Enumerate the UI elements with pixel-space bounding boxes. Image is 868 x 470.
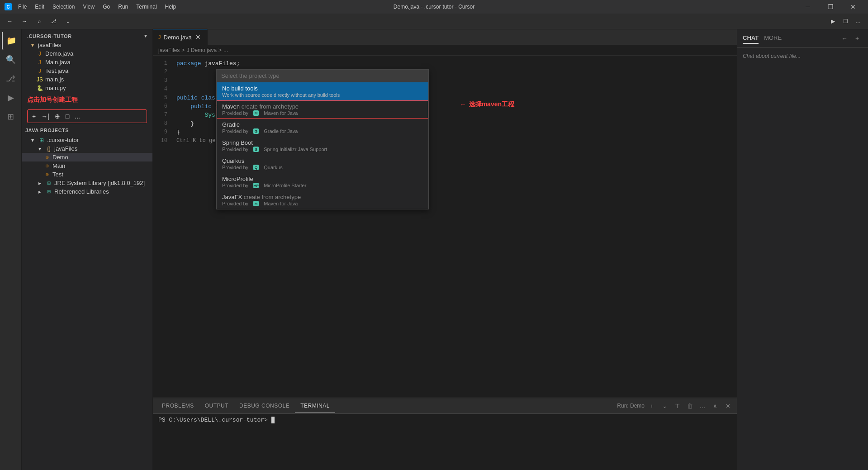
jp-test[interactable]: ⊕ Test	[22, 170, 152, 179]
panel-tab-debug[interactable]: DEBUG CONSOLE	[234, 399, 295, 413]
java-projects-header[interactable]: JAVA PROJECTS	[22, 125, 152, 136]
dropdown-search-input[interactable]	[221, 72, 424, 79]
tab-java-icon: J	[158, 34, 161, 40]
no-build-subtitle: Work with source code directly without a…	[222, 92, 423, 98]
panel-tab-bar: PROBLEMS OUTPUT DEBUG CONSOLE TERMINAL R…	[153, 398, 737, 414]
panel-close-icon[interactable]: ✕	[722, 400, 733, 411]
close-button[interactable]: ✕	[843, 0, 863, 14]
tab-close-icon[interactable]: ✕	[194, 33, 202, 41]
panel-add-button[interactable]: +	[646, 400, 657, 411]
title-bar-left: C File Edit Selection View Go Run Termin…	[5, 3, 180, 11]
tree-test-java[interactable]: J Test.java	[22, 66, 152, 75]
menu-view[interactable]: View	[79, 3, 98, 11]
panel-more-icon[interactable]: …	[697, 400, 708, 411]
java-file-icon: J	[36, 68, 43, 74]
dropdown-item-maven[interactable]: Maven create from archetype Provided by …	[217, 100, 428, 119]
chat-panel: CHAT MORE ← + Chat about current file...	[737, 29, 868, 470]
jp-main-icon: ⊕	[43, 163, 51, 168]
panel-collapse-icon[interactable]: ∧	[710, 400, 721, 411]
more-icon[interactable]: …	[853, 16, 863, 27]
debug-icon[interactable]: ▶	[2, 89, 20, 107]
breadcrumb-sep2: >	[218, 47, 222, 53]
explorer-header[interactable]: .CURSOR-TUTOR ▾	[22, 29, 152, 41]
panel-tab-problems[interactable]: PROBLEMS	[157, 399, 199, 413]
dropdown-search-box[interactable]	[217, 70, 428, 82]
panel-content[interactable]: PS C:\Users\DELL\.cursor-tutor>	[153, 414, 737, 470]
panel-split-icon[interactable]: ⊤	[672, 400, 683, 411]
menu-selection[interactable]: Selection	[49, 3, 78, 11]
ln-9: 9	[153, 128, 171, 137]
jp-main[interactable]: ⊕ Main	[22, 161, 152, 170]
panel-tab-terminal[interactable]: TERMINAL	[295, 399, 335, 413]
chat-history-icon[interactable]: ←	[839, 33, 850, 44]
file-tree: ▾ javaFiles J Demo.java J Main.java J Te…	[22, 41, 152, 92]
chat-tab-more[interactable]: MORE	[764, 33, 782, 44]
add-project-button[interactable]: +	[31, 112, 37, 121]
menu-edit[interactable]: Edit	[31, 3, 48, 11]
tab-demo-java[interactable]: J Demo.java ✕	[153, 29, 208, 45]
chat-tab-chat[interactable]: CHAT	[743, 33, 759, 44]
run-icon[interactable]: ▶	[827, 16, 838, 27]
microprofile-title: MicroProfile	[222, 176, 423, 182]
jp-cursor-tutor[interactable]: ▾ ⊞ .cursor-tutor	[22, 136, 152, 144]
menu-file[interactable]: File	[14, 3, 30, 11]
tree-main-js[interactable]: JS main.js	[22, 75, 152, 84]
maven-annotation-arrow: ←	[460, 101, 466, 108]
minimize-button[interactable]: ─	[797, 0, 818, 14]
tree-demo-java[interactable]: J Demo.java	[22, 49, 152, 58]
search-icon[interactable]: 🔍	[2, 51, 20, 69]
extensions-icon[interactable]: ⊞	[2, 108, 20, 126]
menu-terminal[interactable]: Terminal	[133, 3, 160, 11]
jp-javafiles[interactable]: ▾ {} javaFiles	[22, 144, 152, 153]
maximize-button[interactable]: ❐	[820, 0, 841, 14]
breadcrumb-javafiles[interactable]: javaFiles	[158, 47, 180, 53]
jp-demo-label: Demo	[52, 154, 152, 161]
ln-10: 10	[153, 137, 171, 145]
jp-jre[interactable]: ▸ ⊞ JRE System Library [jdk1.8.0_192]	[22, 179, 152, 187]
ln-3: 3	[153, 76, 171, 85]
forward-icon[interactable]: →	[19, 16, 30, 27]
panel-tab-output[interactable]: OUTPUT	[199, 399, 234, 413]
quarkus-subtitle: Provided by Q Quarkus	[222, 165, 423, 170]
menu-help[interactable]: Help	[161, 3, 180, 11]
tree-main-java[interactable]: J Main.java	[22, 58, 152, 66]
dropdown-item-gradle[interactable]: Gradle Provided by G Gradle for Java	[217, 119, 428, 137]
menu-go[interactable]: Go	[99, 3, 114, 11]
explorer-icon[interactable]: 📁	[2, 32, 20, 50]
chevron-down-icon[interactable]: ⌄	[62, 16, 73, 27]
jp-reflibr-label: Referenced Libraries	[54, 188, 152, 195]
breadcrumb-demo-java[interactable]: J Demo.java	[186, 47, 217, 53]
chat-new-icon[interactable]: +	[852, 33, 863, 44]
toolbar-right: ▶ ☐ …	[827, 16, 863, 27]
jp-reflibr[interactable]: ▸ ⊞ Referenced Libraries	[22, 187, 152, 196]
java-file-icon: J	[36, 51, 43, 57]
spring-subtitle: Provided by S Spring Initializr Java Sup…	[222, 147, 423, 152]
back-icon[interactable]: ←	[5, 16, 15, 27]
panel-chevron-down-icon[interactable]: ⌄	[659, 400, 670, 411]
spring-title: Spring Boot	[222, 139, 423, 146]
kw-public: public	[176, 94, 198, 102]
layout-icon[interactable]: ☐	[840, 16, 851, 27]
breadcrumb-ellipsis[interactable]: ...	[223, 47, 228, 53]
dropdown-item-spring[interactable]: Spring Boot Provided by S Spring Initial…	[217, 137, 428, 155]
dropdown-item-no-build[interactable]: No build tools Work with source code dir…	[217, 82, 428, 100]
panel: PROBLEMS OUTPUT DEBUG CONSOLE TERMINAL R…	[153, 398, 737, 470]
collapse-project-button[interactable]: □	[65, 112, 70, 121]
jp-demo[interactable]: ⊕ Demo	[22, 153, 152, 161]
git-icon[interactable]: ⎇	[2, 70, 20, 88]
explorer-chevron-icon: ▾	[144, 33, 147, 39]
menu-run[interactable]: Run	[114, 3, 132, 11]
search-icon[interactable]: ⌕	[33, 16, 44, 27]
dropdown-item-microprofile[interactable]: MicroProfile Provided by MP MicroProfile…	[217, 173, 428, 191]
dropdown-item-quarkus[interactable]: Quarkus Provided by Q Quarkus	[217, 155, 428, 173]
project-type-dropdown: No build tools Work with source code dir…	[216, 69, 429, 209]
panel-trash-icon[interactable]: 🗑	[684, 400, 695, 411]
editor-area: J Demo.java ✕ javaFiles > J Demo.java > …	[153, 29, 737, 470]
tree-javafiles-folder[interactable]: ▾ javaFiles	[22, 41, 152, 49]
dropdown-item-javafx[interactable]: JavaFX create from archetype Provided by…	[217, 191, 428, 209]
import-project-button[interactable]: →|	[40, 112, 50, 121]
more-project-button[interactable]: ...	[74, 112, 81, 121]
source-control-icon[interactable]: ⎇	[48, 16, 59, 27]
refresh-project-button[interactable]: ⊕	[54, 112, 61, 121]
tree-main-py[interactable]: 🐍 main.py	[22, 84, 152, 92]
